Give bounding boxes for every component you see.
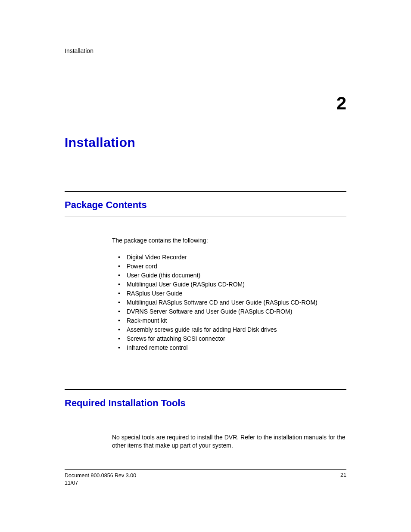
page-header-section-name: Installation xyxy=(65,47,346,54)
list-item: User Guide (this document) xyxy=(118,271,346,280)
required-tools-text: No special tools are required to install… xyxy=(112,433,346,450)
chapter-number: 2 xyxy=(65,93,346,114)
section-rule-top xyxy=(65,389,346,390)
package-contents-list: Digital Video Recorder Power cord User G… xyxy=(112,253,346,352)
document-page: Installation 2 Installation Package Cont… xyxy=(0,0,411,532)
list-item: Infrared remote control xyxy=(118,343,346,352)
footer-left: Document 900.0856 Rev 3.00 11/07 xyxy=(65,472,136,487)
package-contents-intro: The package contains the following: xyxy=(112,236,346,245)
section-rule-bottom xyxy=(65,415,346,415)
chapter-title: Installation xyxy=(65,135,346,150)
footer-page-number: 21 xyxy=(340,472,346,487)
list-item: Digital Video Recorder xyxy=(118,253,346,262)
section-title-package-contents: Package Contents xyxy=(65,199,346,211)
footer-doc-ref: Document 900.0856 Rev 3.00 xyxy=(65,472,136,479)
list-item: Rack-mount kit xyxy=(118,316,346,325)
required-tools-section: Required Installation Tools No special t… xyxy=(65,389,346,450)
list-item: Multilingual RASplus Software CD and Use… xyxy=(118,298,346,307)
required-tools-body: No special tools are required to install… xyxy=(112,433,346,450)
footer-row: Document 900.0856 Rev 3.00 11/07 21 xyxy=(65,472,346,487)
list-item: DVRNS Server Software and User Guide (RA… xyxy=(118,307,346,316)
footer-rule xyxy=(65,469,346,470)
list-item: Multilingual User Guide (RASplus CD-ROM) xyxy=(118,280,346,289)
list-item: RASplus User Guide xyxy=(118,289,346,298)
list-item: Assembly screws guide rails for adding H… xyxy=(118,325,346,334)
section-rule-bottom xyxy=(65,217,346,217)
list-item: Power cord xyxy=(118,262,346,271)
package-contents-body: The package contains the following: Digi… xyxy=(112,236,346,352)
package-contents-section: Package Contents The package contains th… xyxy=(65,191,346,352)
page-footer: Document 900.0856 Rev 3.00 11/07 21 xyxy=(65,469,346,487)
section-rule-top xyxy=(65,191,346,192)
section-title-required-tools: Required Installation Tools xyxy=(65,398,346,409)
list-item: Screws for attaching SCSI connector xyxy=(118,334,346,343)
footer-date: 11/07 xyxy=(65,479,136,487)
